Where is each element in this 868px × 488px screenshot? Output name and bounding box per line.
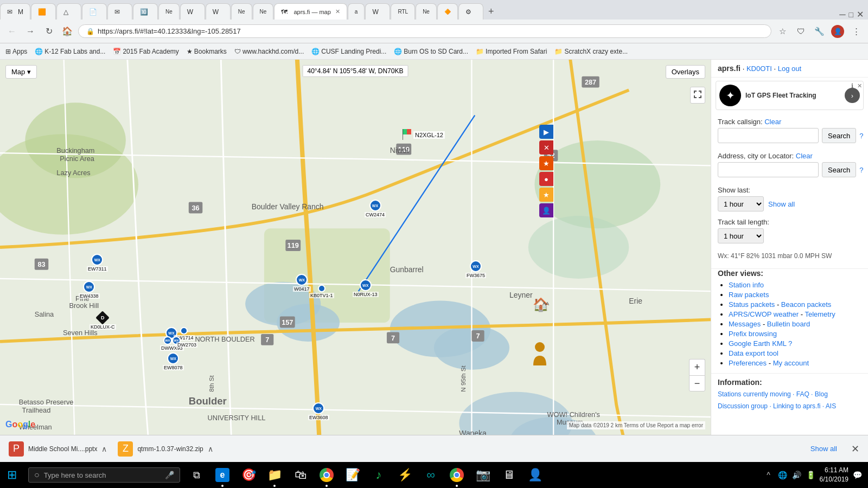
download-arrow-pptx[interactable]: ∧ [101, 445, 107, 453]
station-ew4338[interactable]: WX EW4338 [79, 281, 100, 299]
bookmark-fab[interactable]: 📅 2015 Fab Academy [113, 48, 178, 55]
reload-button[interactable]: ↻ [41, 24, 56, 39]
address-help[interactable]: ? [859, 166, 863, 174]
new-tab-button[interactable]: + [484, 3, 499, 20]
tab-aprs[interactable]: 🗺 aprs.fi — map ✕ [274, 3, 347, 20]
forward-button[interactable]: → [23, 24, 38, 39]
faq-link[interactable]: FAQ [796, 390, 809, 398]
sidebar-edge-btn-3[interactable]: ★ [539, 156, 553, 170]
clock[interactable]: 6:11 AM 6/10/2019 [820, 466, 848, 484]
maximize-button[interactable]: □ [849, 10, 853, 19]
map-type-button[interactable]: Map ▾ [5, 65, 37, 79]
kml-help-link[interactable]: ? [788, 339, 792, 348]
preferences-link[interactable]: Preferences [729, 359, 767, 367]
fullscreen-button[interactable] [690, 87, 705, 104]
station-fw3675[interactable]: WX FW3675 [465, 260, 486, 278]
prefix-link[interactable]: Prefix browsing [729, 330, 777, 338]
bookmark-imported[interactable]: 📁 Imported From Safari [476, 48, 547, 55]
tab-close-aprs[interactable]: ✕ [335, 8, 340, 15]
taskbar-search-input[interactable] [44, 471, 161, 479]
taskbar-mic-icon[interactable]: 🎤 [165, 471, 174, 479]
tab-github[interactable]: ⚙ [458, 3, 483, 20]
station-ew8078[interactable]: WX EW8078 [163, 352, 184, 370]
show-last-dropdown[interactable]: 1 hour 30 min 2 hours 6 hours 12 hours 2… [718, 196, 764, 211]
zoom-in-button[interactable]: + [689, 359, 705, 375]
export-link[interactable]: Data export tool [729, 349, 778, 357]
bookmark-k12[interactable]: 🌐 K-12 Fab Labs and... [35, 48, 105, 55]
taskbar-icon-chrome[interactable] [315, 462, 339, 488]
tab-10[interactable]: 🔟 [133, 3, 158, 20]
tab-ne2[interactable]: Ne [231, 3, 252, 20]
show-all-link[interactable]: Show all [768, 200, 795, 208]
taskbar-icon-app4[interactable]: ⚡ [393, 462, 417, 488]
home-button[interactable]: 🏠 [60, 24, 75, 39]
bookmark-button[interactable]: ☆ [775, 24, 790, 39]
sidebar-callsign-link[interactable]: KD0OTI [746, 65, 772, 73]
taskbar-icon-taskview[interactable]: ⧉ [184, 462, 208, 488]
station-kd0lux[interactable]: D KD0LUX-C [90, 312, 116, 330]
bookmark-hackhd[interactable]: 🛡 www.hackhd.com/d... [234, 48, 304, 55]
station-ew7311[interactable]: WX EW7311 [87, 254, 108, 272]
station-cw2474[interactable]: WX CW2474 [365, 200, 386, 217]
taskbar-icon-people[interactable]: 👤 [523, 462, 547, 488]
ad-close-button[interactable]: ✕ [857, 82, 862, 89]
linking-link[interactable]: Linking to aprs.fi [773, 402, 820, 410]
blog-link[interactable]: Blog [815, 390, 828, 398]
tab-rtl[interactable]: RTL [391, 3, 415, 20]
taskbar-icon-app5[interactable]: 📷 [471, 462, 495, 488]
bulletin-link[interactable]: Bulletin board [767, 320, 810, 328]
tab-wiki1[interactable]: W [180, 3, 205, 20]
show-all-downloads-link[interactable]: Show all [810, 445, 837, 453]
start-button[interactable]: ⊞ [0, 462, 24, 488]
kml-link[interactable]: Google Earth KML [729, 339, 786, 348]
tray-network-icon[interactable]: 🌐 [777, 470, 788, 480]
station-ew3608[interactable]: WX EW3608 [308, 402, 329, 420]
tab-slides[interactable]: 🟧 [31, 3, 56, 20]
tab-gmail-1[interactable]: ✉ M [0, 3, 30, 20]
sidebar-edge-btn-6[interactable]: 👤 [539, 203, 553, 217]
tab-amazon[interactable]: a [348, 3, 365, 20]
close-window-button[interactable]: ✕ [857, 9, 864, 20]
logout-link[interactable]: Log out [778, 65, 801, 73]
zoom-out-button[interactable]: − [689, 375, 705, 391]
track-tail-dropdown[interactable]: 1 hour 30 min 2 hours 6 hours 12 hours 2… [718, 228, 764, 243]
taskbar-icon-app6[interactable]: 🖥 [497, 462, 521, 488]
bookmark-burn[interactable]: 🌐 Burn OS to SD Card... [394, 48, 468, 55]
station-w0417[interactable]: WX W0417 [293, 274, 311, 292]
notification-icon[interactable]: 💬 [852, 470, 863, 480]
map-area[interactable]: 83 36 119 119 52 287 157 7 7 [0, 60, 711, 435]
ais-link[interactable]: AIS [826, 402, 836, 410]
tab-gmail-2[interactable]: ✉ [107, 3, 132, 20]
taskbar-icon-chrome2[interactable] [445, 462, 469, 488]
address-search-button[interactable]: Search [822, 162, 856, 177]
tab-ne5[interactable]: 🔶 [437, 3, 458, 20]
bookmark-apps[interactable]: ⊞ Apps [5, 48, 27, 55]
taskbar-icon-arduino[interactable]: ∞ [419, 462, 443, 488]
address-bar[interactable]: 🔒 https://aprs.fi/#!lat=40.12333&lng=-10… [78, 24, 771, 38]
avatar-button[interactable]: 👤 [830, 24, 845, 39]
tab-w[interactable]: W [365, 3, 390, 20]
overlays-button[interactable]: Overlays [666, 65, 705, 79]
messages-link[interactable]: Messages [729, 320, 761, 328]
taskbar-icon-edge[interactable]: e [210, 462, 234, 488]
download-arrow-zip[interactable]: ∧ [208, 445, 213, 453]
track-callsign-search-button[interactable]: Search [822, 128, 856, 143]
track-callsign-help[interactable]: ? [859, 132, 863, 140]
status-packets-link[interactable]: Status packets [729, 300, 775, 309]
station-n2xgl[interactable]: N2XGL-12 [403, 129, 445, 140]
tray-battery-icon[interactable]: 🔋 [806, 470, 816, 480]
sidebar-edge-btn-4[interactable]: ● [539, 172, 553, 186]
shield-button[interactable]: 🛡 [793, 24, 808, 39]
sidebar-edge-btn-1[interactable]: ▶ [539, 125, 553, 139]
taskbar-search-bar[interactable]: ○ 🎤 [28, 467, 180, 483]
taskbar-icon-app2[interactable]: 🎯 [237, 462, 260, 488]
taskbar-icon-store[interactable]: 🛍 [289, 462, 312, 488]
station-n0rux[interactable]: WX N0RUX-13 [353, 279, 379, 297]
bookmark-scratchx[interactable]: 📁 ScratchX crazy exte... [554, 48, 628, 55]
tab-docs[interactable]: 📄 [82, 3, 107, 20]
taskbar-icon-explorer[interactable]: 📁 [263, 462, 286, 488]
tab-ne4[interactable]: Ne [416, 3, 437, 20]
taskbar-icon-spotify[interactable]: ♪ [367, 462, 391, 488]
my-account-link[interactable]: My account [773, 359, 809, 367]
station-info-link[interactable]: Station info [729, 281, 764, 289]
